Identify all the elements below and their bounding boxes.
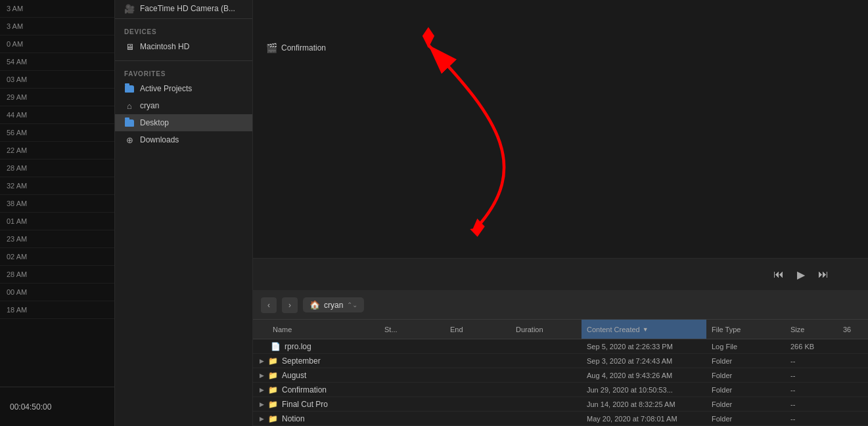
row-size-cell: -- [785,372,838,379]
devices-section-header: DEVICES [115,24,252,38]
time-entry: 0 AM [0,35,114,53]
row-date-cell: May 20, 2020 at 7:08:01 AM [582,415,706,423]
time-entry: 3 AM [0,0,114,18]
expand-arrow-icon: ▶ [260,415,264,422]
download-icon: ⊕ [124,135,135,145]
row-name-text: August [282,371,306,380]
sidebar-item-downloads-label: Downloads [140,135,179,144]
table-row[interactable]: 📄 rpro.log Sep 5, 2020 at 2:26:33 PM Log… [253,339,868,354]
column-size-header[interactable]: Size [785,326,838,333]
column-file-type-header[interactable]: File Type [706,326,785,333]
sidebar-item-cryan-label: cryan [140,101,159,110]
time-entry: 3 AM [0,18,114,35]
nav-bar: ‹ › 🏠 cryan ⌃⌄ [253,291,868,320]
folder-desktop-icon [124,117,135,128]
doc-icon: 📄 [271,342,281,351]
column-start-header[interactable]: St... [384,326,450,333]
divider-favorites [115,60,252,61]
folder-blue-icon [124,83,135,94]
row-date-cell: Aug 4, 2020 at 9:43:26 AM [582,372,706,379]
time-entry: 28 AM [0,160,114,177]
time-entry: 01 AM [0,213,114,230]
sidebar-item-macintosh[interactable]: 🖥 Macintosh HD [115,38,252,55]
sidebar-section-devices: DEVICES 🖥 Macintosh HD [115,20,252,59]
row-date-cell: Sep 5, 2020 at 2:26:33 PM [582,343,706,351]
row-type-cell: Folder [706,386,785,394]
forward-button[interactable]: › [282,297,298,313]
row-name-text: Notion [282,414,305,423]
confirmation-label-text: Confirmation [281,43,326,53]
location-bar[interactable]: 🏠 cryan ⌃⌄ [303,297,364,312]
location-text: cryan [324,301,343,310]
row-size-cell: -- [785,386,838,394]
row-date-cell: Sep 3, 2020 at 7:24:43 AM [582,357,706,365]
sort-arrow-icon: ▼ [643,326,649,333]
confirmation-folder-icon: 🎬 [266,43,277,53]
table-row[interactable]: ▶ 📁 Notion May 20, 2020 at 7:08:01 AM Fo… [253,412,868,426]
column-duration-header[interactable]: Duration [516,326,582,333]
row-name-cell: ▶ 📁 Final Cut Pro [253,400,384,409]
row-date-cell: Jun 14, 2020 at 8:32:25 AM [582,400,706,408]
main-content: 🎬 Confirmation ⏮ ▶ ⏭ [253,0,868,426]
back-button[interactable]: ‹ [261,297,277,313]
sidebar-section-favorites: FAVORITES Active Projects ⌂ cryan Deskto… [115,62,252,152]
expand-arrow-icon: ▶ [260,401,264,408]
folder-blue-icon: 📁 [268,356,278,366]
location-dropdown-icon: ⌃⌄ [347,301,357,309]
column-name-header[interactable]: Name [253,326,384,333]
timecode-display: 00:04:50:00 [0,387,114,426]
favorites-section-header: FAVORITES [115,66,252,80]
table-row[interactable]: ▶ 📁 August Aug 4, 2020 at 9:43:26 AM Fol… [253,368,868,383]
column-36-header[interactable]: 36 [838,326,868,333]
sidebar-item-active-projects-label: Active Projects [140,84,192,93]
sidebar-item-facetime-label: FaceTime HD Camera (B... [140,4,235,13]
file-table: Name St... End Duration Content Created … [253,320,868,426]
divider-devices [115,18,252,19]
time-entry: 02 AM [0,248,114,266]
sidebar-item-downloads[interactable]: ⊕ Downloads [115,131,252,148]
time-entry: 44 AM [0,106,114,124]
column-end-header[interactable]: End [450,326,516,333]
sidebar: 🎥 FaceTime HD Camera (B... DEVICES 🖥 Mac… [115,0,253,426]
row-date-cell: Jun 29, 2020 at 10:50:53... [582,386,706,394]
folder-orange-icon: 📁 [268,385,278,394]
sidebar-item-desktop-label: Desktop [140,118,169,127]
table-row[interactable]: ▶ 📁 Confirmation Jun 29, 2020 at 10:50:5… [253,383,868,397]
row-name-cell: ▶ 📁 Notion [253,414,384,423]
row-size-cell: -- [785,400,838,408]
column-content-created-header[interactable]: Content Created ▼ [582,320,706,339]
row-name-text: rpro.log [285,342,311,351]
table-row[interactable]: ▶ 📁 September Sep 3, 2020 at 7:24:43 AM … [253,354,868,368]
folder-blue-icon: 📁 [268,371,278,380]
time-entry: 03 AM [0,71,114,89]
row-name-text: Final Cut Pro [282,400,328,409]
expand-arrow-icon: ▶ [260,358,264,364]
sidebar-item-facetime[interactable]: 🎥 FaceTime HD Camera (B... [115,0,252,17]
row-size-cell: 266 KB [785,343,838,351]
sidebar-item-desktop[interactable]: Desktop [115,114,252,131]
next-button[interactable]: ⏭ [818,268,829,280]
table-row[interactable]: ▶ 📁 Final Cut Pro Jun 14, 2020 at 8:32:2… [253,397,868,412]
row-name-cell: ▶ 📁 Confirmation [253,385,384,394]
folder-orange-icon: 📁 [268,400,278,409]
sidebar-item-macintosh-label: Macintosh HD [140,42,189,51]
top-area: 🎬 Confirmation [253,0,868,258]
row-name-cell: ▶ 📁 August [253,371,384,380]
house-icon: ⌂ [124,100,135,111]
time-entry: 23 AM [0,230,114,248]
sidebar-item-cryan[interactable]: ⌂ cryan [115,97,252,114]
time-entries-container: 3 AM3 AM0 AM54 AM03 AM29 AM44 AM56 AM22 … [0,0,114,387]
row-type-cell: Folder [706,372,785,379]
file-rows-container: 📄 rpro.log Sep 5, 2020 at 2:26:33 PM Log… [253,339,868,426]
expand-arrow-icon: ▶ [260,372,264,379]
time-entry: 32 AM [0,177,114,195]
svg-marker-3 [423,27,434,48]
row-name-cell: 📄 rpro.log [253,342,384,351]
media-controls-bar: ⏮ ▶ ⏭ [253,258,868,291]
timecode-value: 00:04:50:00 [10,402,51,412]
row-type-cell: Folder [706,415,785,423]
time-entry: 56 AM [0,124,114,142]
play-button[interactable]: ▶ [797,268,805,281]
sidebar-item-active-projects[interactable]: Active Projects [115,80,252,97]
prev-button[interactable]: ⏮ [773,268,784,280]
